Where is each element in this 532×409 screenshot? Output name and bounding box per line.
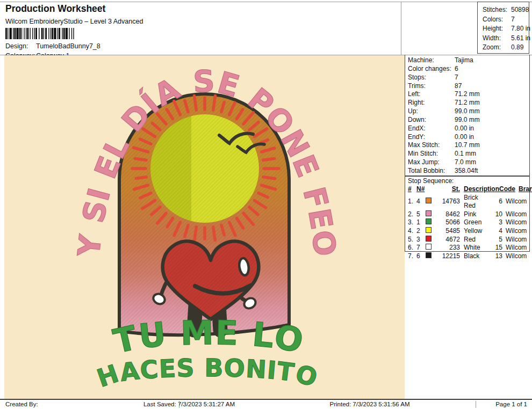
stop-stitches: 8462 (436, 210, 460, 219)
stop-num: 5. (408, 236, 416, 244)
machine-info-row: Total Bobbin:358.04ft (405, 167, 529, 176)
last-saved-text: Last Saved: 7/3/2023 5:31:27 AM (143, 401, 235, 407)
machine-info-label: Max Jump: (408, 158, 455, 167)
col-header-n: N# (416, 185, 426, 194)
machine-info-label: Down: (408, 116, 455, 125)
thread-color-swatch (426, 218, 432, 224)
stop-brand: Wilcom (506, 236, 529, 244)
app-subtitle: Wilcom EmbroideryStudio – Level 3 Advanc… (5, 18, 392, 25)
stop-stitches: 4672 (436, 236, 460, 244)
stop-stitches: 12215 (436, 252, 460, 261)
embroidery-design-preview: Y SI EL DÍA SE PONE FEO TU ME LO HACES B… (4, 55, 405, 399)
machine-info-row: Machine:Tajima (405, 56, 529, 65)
machine-info-value: 99.0 mm (455, 107, 480, 115)
thread-color-swatch (426, 210, 432, 216)
machine-info-row: Min Stitch:0.1 mm (405, 150, 529, 158)
stop-sequence-header: # N# St. Description Code Brand (405, 185, 529, 194)
stop-needle: 7 (416, 244, 426, 252)
stop-code: 3 (486, 218, 502, 227)
machine-info-row: Down:99.0 mm (405, 116, 529, 125)
stat-label: Width: (483, 34, 511, 43)
machine-info-label: Min Stitch: (408, 150, 455, 158)
stop-brand: Wilcom (506, 210, 529, 219)
stop-stitches: 14763 (436, 198, 460, 206)
col-header-st: St. (436, 185, 460, 194)
stop-code: 15 (486, 244, 502, 252)
machine-info-value: 71.2 mm (455, 90, 480, 98)
stat-label: Colors: (483, 15, 511, 25)
machine-info-box: Machine:TajimaColor changes:6Stops:7Trim… (405, 55, 530, 176)
stat-label: Zoom: (483, 43, 511, 53)
stat-value: 7.80 in (511, 25, 530, 32)
machine-info-value: 6 (455, 65, 458, 72)
stop-num: 7. (408, 252, 416, 261)
stop-stitches: 233 (436, 244, 460, 252)
thread-color-swatch (426, 252, 432, 258)
machine-info-value: 87 (455, 82, 462, 90)
stop-sequence-row: 1.414763Brick Red6Wilcom (405, 194, 529, 210)
stop-code: 4 (486, 227, 502, 236)
machine-info-label: Max Stitch: (408, 141, 455, 150)
machine-info-value: 0.1 mm (455, 150, 476, 157)
stop-sequence-row: 3.15066Green3Wilcom (405, 218, 529, 227)
stop-needle: 1 (416, 218, 426, 227)
stop-description: Yellow (460, 227, 486, 236)
created-by-label: Created By: (5, 401, 38, 407)
machine-info-row: Max Jump:7.0 mm (405, 158, 529, 167)
machine-info-row: EndX:0.00 in (405, 125, 529, 133)
stop-brand: Wilcom (506, 218, 529, 227)
machine-info-value: 7 (455, 74, 458, 81)
machine-info-label: Up: (408, 107, 455, 116)
machine-info-row: Up:99.0 mm (405, 107, 529, 116)
stop-sequence-rows: 1.414763Brick Red6Wilcom2.58462Pink10Wil… (405, 194, 529, 261)
stop-description: Brick Red (460, 194, 486, 210)
divider (476, 401, 476, 408)
design-canvas: Y SI EL DÍA SE PONE FEO TU ME LO HACES B… (4, 55, 405, 399)
machine-info-label: Stops: (408, 74, 455, 82)
col-header-num: # (408, 185, 416, 194)
machine-info-row: Left:71.2 mm (405, 90, 529, 99)
stop-needle: 6 (416, 252, 426, 261)
stop-code: 5 (486, 236, 502, 244)
machine-info-row: Stops:7 (405, 74, 529, 82)
barcode (5, 28, 132, 39)
machine-info-label: Color changes: (408, 65, 455, 74)
stop-num: 4. (408, 227, 416, 236)
stop-code: 13 (486, 252, 502, 261)
machine-info-row: Trims:87 (405, 82, 529, 91)
stop-needle: 2 (416, 227, 426, 236)
stop-brand: Wilcom (506, 244, 529, 252)
design-label: Design: (5, 41, 36, 51)
header: Production Worksheet Wilcom EmbroiderySt… (5, 3, 392, 61)
stop-num: 1. (408, 198, 416, 206)
stop-sequence-row: 4.25485Yellow4Wilcom (405, 227, 529, 236)
svg-text:HACES BONITO: HACES BONITO (94, 353, 322, 393)
production-worksheet-page: Production Worksheet Wilcom EmbroiderySt… (0, 0, 532, 409)
stop-code: 6 (486, 198, 502, 206)
machine-info-row: Right:71.2 mm (405, 99, 529, 107)
stop-sequence-row: 7.612215Black13Wilcom (405, 252, 529, 261)
stop-num: 3. (408, 218, 416, 227)
stop-sequence-row: 5.34672Red5Wilcom (405, 236, 529, 244)
stat-label: Height: (483, 24, 511, 34)
stop-sequence-row: 2.58462Pink10Wilcom (405, 210, 529, 219)
stop-num: 2. (408, 210, 416, 219)
stop-brand: Wilcom (506, 252, 529, 261)
machine-info-row: EndY:0.00 in (405, 133, 529, 142)
divider (179, 401, 179, 408)
stat-row: Stitches:50898 (483, 5, 529, 15)
thread-color-swatch (426, 198, 432, 203)
stop-brand: Wilcom (506, 227, 529, 236)
machine-info-value: Tajima (455, 56, 473, 64)
col-header-code: Code (499, 185, 515, 194)
printed-text: Printed: 7/3/2023 5:31:56 AM (330, 401, 410, 407)
stop-stitches: 5066 (436, 218, 460, 227)
stop-sequence-title: Stop Sequence: (405, 177, 529, 185)
stop-sequence-box: Stop Sequence: # N# St. Description Code… (405, 176, 530, 252)
stop-description: White (460, 244, 486, 252)
design-stats-box: Stitches:50898Colors:7Height:7.80 inWidt… (477, 2, 529, 54)
machine-info-value: 99.0 mm (455, 116, 480, 123)
stat-value: 5.61 in (511, 34, 530, 42)
stop-code: 10 (486, 210, 502, 219)
stop-description: Black (460, 252, 486, 261)
